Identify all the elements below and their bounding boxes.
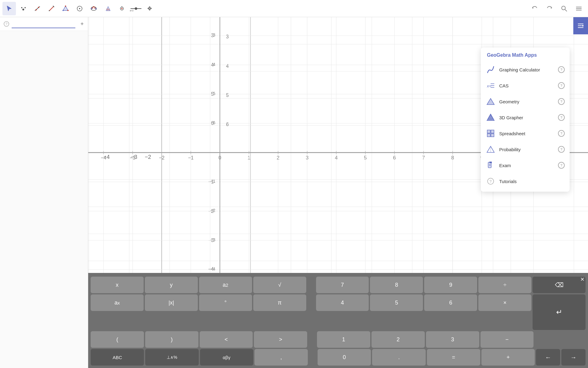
key-9[interactable]: 9 <box>424 277 477 293</box>
keyboard-close-btn[interactable]: × <box>580 275 584 283</box>
geometry-label: Geometry <box>499 99 554 104</box>
svg-text:a=2: a=2 <box>130 10 134 12</box>
app-menu-item-graphing[interactable]: Graphing Calculator ? <box>481 62 570 78</box>
app-menu-panel: GeoGebra Math Apps Graphing Calculator ?… <box>481 48 570 192</box>
key-y[interactable]: y <box>145 277 198 293</box>
svg-rect-155 <box>487 134 490 137</box>
svg-text:−2: −2 <box>210 208 215 213</box>
segment-tool-btn[interactable] <box>45 2 58 15</box>
app-menu-item-exam[interactable]: Exam ? <box>481 157 570 173</box>
select-tool-btn[interactable] <box>2 2 16 15</box>
spreadsheet-icon <box>486 128 496 138</box>
key-close-paren[interactable]: ) <box>145 331 198 348</box>
sidebar-scroll-btn[interactable] <box>573 17 588 34</box>
app-menu-item-probability[interactable]: Probability ? <box>481 141 570 157</box>
svg-text:?: ? <box>6 22 7 26</box>
probability-label: Probability <box>499 147 554 152</box>
key-abs[interactable]: |x| <box>145 294 198 311</box>
key-a-squared[interactable]: a2 <box>199 277 252 293</box>
3d-grapher-help[interactable]: ? <box>558 114 565 121</box>
key-divide[interactable]: ÷ <box>478 277 531 293</box>
key-less-than[interactable]: < <box>200 331 253 348</box>
svg-marker-150 <box>487 98 494 105</box>
cas-label: CAS <box>499 83 554 88</box>
key-right-arrow[interactable]: → <box>561 349 586 366</box>
svg-text:−1: −1 <box>210 179 215 184</box>
svg-text:5: 5 <box>226 92 229 98</box>
key-minus[interactable]: − <box>481 331 534 348</box>
add-expression-btn[interactable]: + <box>78 20 86 28</box>
key-comma[interactable]: , <box>254 349 308 366</box>
key-7[interactable]: 7 <box>316 277 369 293</box>
3d-grapher-icon <box>486 113 496 122</box>
exam-help[interactable]: ? <box>558 162 565 169</box>
key-greater-than[interactable]: > <box>254 331 307 348</box>
keyboard-row-3: ( ) < > 1 2 3 − <box>91 331 586 348</box>
app-menu-item-tutorials[interactable]: ? Tutorials <box>481 173 570 189</box>
redo-btn[interactable] <box>543 2 556 15</box>
key-1[interactable]: 1 <box>317 331 370 348</box>
key-2[interactable]: 2 <box>371 331 425 348</box>
svg-point-30 <box>562 6 565 10</box>
keyboard-row-1: x y a2 √ 7 8 9 ÷ ⌫ <box>91 277 586 293</box>
left-panel-content <box>0 31 88 368</box>
graphing-calculator-icon <box>486 65 496 75</box>
svg-point-0 <box>22 9 24 10</box>
circle-tool-btn[interactable] <box>73 2 86 15</box>
key-backspace[interactable]: ⌫ <box>533 277 586 293</box>
graphing-calculator-help[interactable]: ? <box>558 66 565 73</box>
move-tool-btn[interactable]: ✥ <box>143 2 157 15</box>
app-menu-item-geometry[interactable]: Geometry ? <box>481 94 570 109</box>
measure-tool-btn[interactable] <box>115 2 129 15</box>
key-equals[interactable]: = <box>427 349 480 366</box>
key-3[interactable]: 3 <box>426 331 479 348</box>
key-abc[interactable]: ABC <box>91 349 144 366</box>
svg-line-6 <box>49 6 54 11</box>
svg-marker-9 <box>63 6 68 10</box>
hamburger-menu-btn[interactable] <box>572 2 586 15</box>
app-menu-item-3d[interactable]: 3D Grapher ? <box>481 109 570 125</box>
key-x[interactable]: x <box>91 277 144 293</box>
key-sqrt[interactable]: √ <box>253 277 306 293</box>
polygon-tool-btn[interactable] <box>59 2 72 15</box>
key-degree[interactable]: ° <box>199 294 252 311</box>
undo-btn[interactable] <box>528 2 541 15</box>
point-tool-btn[interactable] <box>17 2 30 15</box>
spreadsheet-help[interactable]: ? <box>558 130 565 137</box>
slider-tool-btn[interactable]: a=2 <box>129 2 143 15</box>
app-menu-item-spreadsheet[interactable]: Spreadsheet ? <box>481 125 570 141</box>
transform-tool-btn[interactable]: f(x) <box>101 2 115 15</box>
svg-text:3: 3 <box>213 33 215 37</box>
key-multiply[interactable]: × <box>478 294 531 311</box>
search-btn[interactable] <box>557 2 571 15</box>
key-8[interactable]: 8 <box>370 277 423 293</box>
key-4[interactable]: 4 <box>316 294 369 311</box>
line-tool-btn[interactable] <box>31 2 44 15</box>
cas-help[interactable]: ? <box>558 82 565 89</box>
help-btn[interactable]: ? <box>4 20 9 28</box>
key-0[interactable]: 0 <box>318 349 371 366</box>
key-pi[interactable]: π <box>253 294 306 311</box>
key-left-arrow[interactable]: ← <box>536 349 560 366</box>
svg-rect-156 <box>491 134 494 137</box>
key-logic[interactable]: ⊥∧% <box>145 349 198 366</box>
probability-help[interactable]: ? <box>558 146 565 153</box>
app-menu-item-cas[interactable]: x= CAS ? <box>481 78 570 94</box>
exam-icon <box>486 160 496 170</box>
key-plus[interactable]: + <box>481 349 535 366</box>
key-enter[interactable]: ↵ <box>533 294 586 330</box>
key-greek[interactable]: αβγ <box>200 349 253 366</box>
svg-point-20 <box>95 8 96 9</box>
svg-point-11 <box>67 10 69 11</box>
svg-point-4 <box>36 9 37 10</box>
geometry-icon <box>486 97 496 106</box>
key-6[interactable]: 6 <box>424 294 477 311</box>
svg-point-18 <box>93 6 94 7</box>
expression-input[interactable] <box>12 20 75 28</box>
key-dot[interactable]: . <box>372 349 425 366</box>
geometry-help[interactable]: ? <box>558 98 565 105</box>
key-5[interactable]: 5 <box>370 294 423 311</box>
key-open-paren[interactable]: ( <box>91 331 144 348</box>
key-a-x[interactable]: ax <box>91 294 144 311</box>
conic-tool-btn[interactable] <box>87 2 100 15</box>
